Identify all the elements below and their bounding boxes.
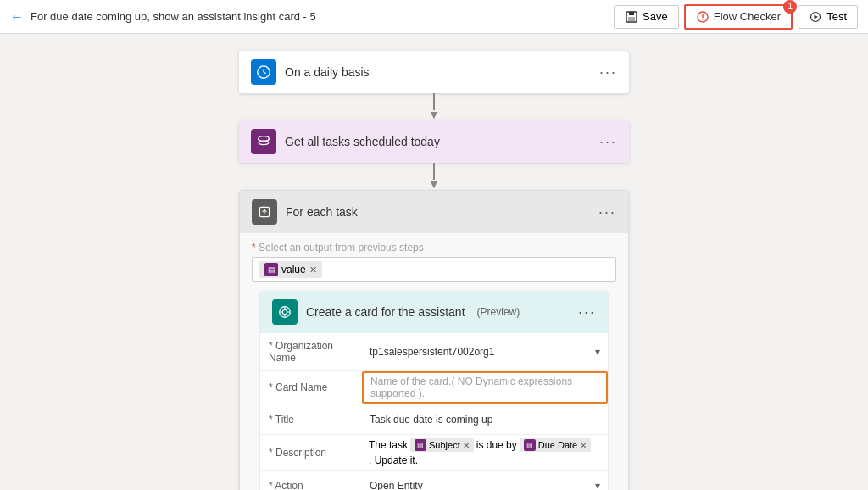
- top-bar: ← For due date coming up, show an assist…: [0, 0, 868, 34]
- save-button[interactable]: Save: [614, 5, 679, 29]
- flow-checker-wrapper: Flow Checker 1: [684, 4, 793, 30]
- create-card-icon: [272, 299, 298, 325]
- org-name-field[interactable]: tp1salespersistent7002org1 ▾: [362, 339, 608, 365]
- foreach-menu[interactable]: ···: [598, 203, 616, 221]
- create-card-header: Create a card for the assistant (Preview…: [260, 291, 608, 333]
- daily-basis-card: On a daily basis ···: [239, 51, 629, 93]
- daily-basis-icon: [251, 59, 276, 85]
- back-button[interactable]: ←: [10, 9, 24, 25]
- create-card-menu[interactable]: ···: [578, 303, 596, 321]
- due-date-tag: ▤ Due Date ✕: [520, 438, 591, 452]
- database-icon: [256, 134, 271, 149]
- title-value: Task due date is coming up: [370, 414, 492, 426]
- action-label: * Action: [260, 473, 362, 491]
- connector-2: ▼: [428, 163, 440, 190]
- create-card-form: * Organization Name tp1salespersistent70…: [260, 333, 608, 490]
- test-button[interactable]: Test: [798, 5, 858, 29]
- daily-basis-menu[interactable]: ···: [599, 64, 617, 81]
- card-name-placeholder: Name of the card.( NO Dynamic expression…: [370, 376, 599, 399]
- foreach-header: For each task ···: [240, 191, 628, 233]
- value-tag-icon: ▤: [264, 263, 278, 276]
- svg-rect-1: [629, 12, 634, 15]
- create-card-title: Create a card for the assistant: [306, 305, 465, 319]
- foreach-container: For each task ··· * Select an output fro…: [239, 190, 629, 490]
- title-field[interactable]: Task due date is coming up: [362, 407, 608, 432]
- daily-basis-header: On a daily basis ···: [239, 51, 629, 93]
- svg-rect-2: [628, 17, 635, 21]
- desc-mid: is due by: [476, 439, 517, 451]
- get-tasks-icon: [251, 129, 276, 154]
- create-card-block: Create a card for the assistant (Preview…: [260, 291, 608, 490]
- svg-point-10: [259, 136, 270, 141]
- select-output-label: * Select an output from previous steps: [252, 242, 616, 253]
- action-row: * Action Open Entity ▾: [260, 471, 608, 490]
- subject-tag: ▤ Subject ✕: [410, 438, 474, 452]
- daily-basis-title: On a daily basis: [285, 65, 370, 79]
- title-label: * Title: [260, 407, 362, 432]
- description-field[interactable]: The task ▤ Subject ✕ is due by ▤ Due Dat…: [362, 435, 608, 470]
- test-icon: [809, 10, 822, 24]
- foreach-body: * Select an output from previous steps ▤…: [240, 233, 628, 490]
- due-date-tag-icon: ▤: [524, 439, 536, 451]
- org-name-row: * Organization Name tp1salespersistent70…: [260, 333, 608, 371]
- foreach-icon: [252, 199, 277, 225]
- top-bar-right: Save Flow Checker 1 Test: [614, 4, 858, 30]
- create-card-subtitle: (Preview): [477, 306, 520, 318]
- card-name-row: * Card Name Name of the card.( NO Dynami…: [260, 371, 608, 404]
- flow-checker-badge: 1: [783, 0, 797, 14]
- description-row: * Description The task ▤ Subject ✕ is du…: [260, 435, 608, 471]
- org-name-dropdown-icon: ▾: [595, 346, 600, 358]
- get-tasks-block: Get all tasks scheduled today ···: [239, 120, 629, 163]
- clock-icon: [256, 64, 271, 80]
- foreach-block: For each task ··· * Select an output fro…: [239, 190, 629, 490]
- subject-tag-close[interactable]: ✕: [463, 441, 470, 450]
- svg-line-9: [264, 72, 266, 74]
- save-icon: [625, 10, 638, 24]
- canvas: On a daily basis ··· ▼: [0, 34, 868, 490]
- action-dropdown-icon: ▾: [595, 480, 600, 491]
- flow-checker-icon: [696, 10, 709, 24]
- foreach-loop-icon: [258, 205, 271, 219]
- due-date-tag-close[interactable]: ✕: [580, 441, 587, 450]
- daily-basis-block: On a daily basis ···: [239, 51, 629, 93]
- value-tag: ▤ value ✕: [259, 261, 322, 278]
- get-tasks-card: Get all tasks scheduled today ···: [239, 120, 629, 163]
- subject-tag-label: Subject: [429, 440, 460, 450]
- card-name-label: * Card Name: [260, 375, 362, 400]
- foreach-title: For each task: [286, 205, 358, 219]
- org-name-value: tp1salespersistent7002org1: [370, 346, 494, 358]
- desc-suffix: . Update it.: [369, 454, 418, 466]
- value-tag-input[interactable]: ▤ value ✕: [252, 257, 616, 282]
- assistant-card-icon: [277, 304, 292, 320]
- connector-1: ▼: [428, 93, 440, 120]
- action-value: Open Entity: [370, 480, 423, 491]
- flow-title: For due date coming up, show an assistan…: [31, 10, 316, 23]
- card-name-field[interactable]: Name of the card.( NO Dynamic expression…: [362, 371, 608, 404]
- title-row: * Title Task due date is coming up: [260, 404, 608, 435]
- description-label: * Description: [260, 440, 362, 465]
- flow-checker-button[interactable]: Flow Checker: [684, 4, 793, 30]
- org-name-label: * Organization Name: [260, 333, 362, 370]
- action-field[interactable]: Open Entity ▾: [362, 473, 608, 491]
- desc-prefix: The task: [369, 439, 408, 451]
- svg-point-5: [702, 19, 704, 20]
- value-tag-close[interactable]: ✕: [309, 264, 317, 276]
- get-tasks-menu[interactable]: ···: [599, 133, 617, 151]
- subject-tag-icon: ▤: [415, 439, 426, 451]
- top-bar-left: ← For due date coming up, show an assist…: [10, 9, 316, 25]
- due-date-tag-label: Due Date: [538, 440, 577, 450]
- svg-point-13: [282, 309, 287, 314]
- value-tag-label: value: [281, 264, 306, 276]
- get-tasks-title: Get all tasks scheduled today: [285, 135, 440, 148]
- get-tasks-header: Get all tasks scheduled today ···: [239, 120, 629, 163]
